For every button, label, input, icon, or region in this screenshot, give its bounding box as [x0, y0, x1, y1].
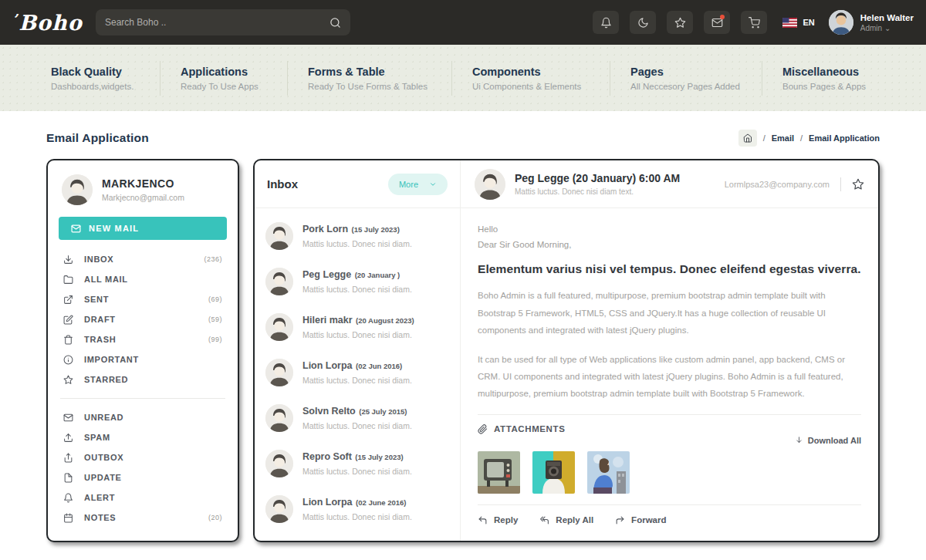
inbox-title: Inbox	[267, 177, 298, 191]
bell-icon	[63, 493, 73, 503]
sender-avatar	[475, 169, 505, 200]
divider	[478, 414, 861, 415]
folder-count: (69)	[208, 295, 222, 303]
bookmark-button[interactable]	[667, 11, 693, 34]
email-panel: Inbox More Pork Lorn (15 July 2023) Matt…	[253, 159, 880, 542]
language-selector[interactable]: EN	[782, 18, 814, 28]
folder-sent[interactable]: SENT (69)	[59, 289, 227, 309]
mail-subject-heading: Elementum varius nisi vel tempus. Donec …	[478, 262, 861, 276]
folder-starred[interactable]: STARRED	[59, 369, 227, 390]
folder-count: (99)	[208, 336, 222, 343]
mail-list-item[interactable]: Lion Lorpa (02 Jun 2016) Mattis luctus. …	[255, 349, 460, 395]
cart-button[interactable]	[741, 11, 767, 34]
sender-avatar	[265, 359, 293, 386]
folder-draft[interactable]: DRAFT (59)	[59, 309, 227, 329]
info-icon	[63, 355, 73, 365]
user-avatar	[829, 10, 853, 35]
folder-notes[interactable]: NOTES (20)	[59, 508, 227, 528]
folder-update[interactable]: UPDATE	[59, 467, 227, 487]
page-title: Email Application	[46, 131, 149, 145]
send-icon	[63, 295, 73, 305]
star-icon	[852, 178, 864, 191]
menu-item-subtitle: Ui Components & Elements	[472, 82, 590, 91]
profile-avatar	[62, 174, 93, 205]
mail-list-item[interactable]: Hileri makr (20 August 2023) Mattis luct…	[255, 304, 460, 349]
menu-item-miscellaneous[interactable]: Miscellaneous Bouns Pages & Apps	[762, 61, 886, 96]
dark-mode-button[interactable]	[630, 11, 656, 34]
menu-item-subtitle: Bouns Pages & Apps	[782, 82, 866, 91]
envelope-icon	[71, 224, 81, 234]
forward-button[interactable]: Forward	[615, 515, 666, 525]
star-icon	[674, 17, 686, 29]
menu-item-pages[interactable]: Pages All Neccesory Pages Added	[610, 61, 762, 96]
reply-icon	[478, 515, 488, 525]
star-icon	[63, 375, 73, 385]
mail-list-item[interactable]: Lion Lorpa (02 June 2016) Mattis luctus.…	[255, 486, 460, 531]
folder-spam[interactable]: SPAM	[59, 427, 227, 447]
breadcrumb-current: Email Application	[809, 133, 880, 143]
menu-item-title: Applications	[181, 66, 267, 78]
notifications-button[interactable]	[593, 11, 619, 34]
messages-button[interactable]	[704, 11, 730, 34]
menu-item-title: Forms & Table	[308, 66, 431, 78]
folder-important[interactable]: IMPORTANT	[59, 349, 227, 369]
menu-item-forms-table[interactable]: Forms & Table Ready To Use Forms & Table…	[287, 61, 451, 96]
search-box[interactable]	[96, 9, 350, 35]
app-logo[interactable]: Boho	[12, 11, 86, 35]
paperclip-icon	[478, 424, 488, 434]
reply-button[interactable]: Reply	[478, 515, 518, 525]
star-mail-button[interactable]	[852, 178, 864, 191]
envelope-icon	[63, 413, 73, 423]
trash-icon	[63, 335, 73, 345]
user-menu[interactable]: Helen Walter Admin ⌄	[829, 10, 914, 35]
menu-item-title: Components	[472, 66, 590, 78]
detail-sender-sub: Mattis luctus. Donec nisi diam text.	[515, 187, 680, 196]
sender-avatar	[265, 268, 293, 295]
attachment-retro-camera[interactable]	[532, 451, 575, 494]
file-icon	[63, 473, 73, 483]
mailbox-profile: MARKJENCO Markjecno@gmail.com	[59, 173, 227, 207]
header-divider	[840, 177, 841, 191]
attachment-thumbnails	[478, 451, 861, 494]
menu-item-black-quality[interactable]: Black Quality Dashboards,widgets.	[31, 61, 160, 96]
forward-icon	[615, 515, 625, 525]
folder-inbox[interactable]: INBOX (236)	[59, 249, 227, 269]
mailbox-sidebar: MARKJENCO Markjecno@gmail.com NEW MAIL I…	[46, 159, 239, 542]
mail-list-item[interactable]: Repro Soft (15 July 2023) Mattis luctus.…	[255, 440, 460, 486]
download-all-button[interactable]: Download All	[478, 436, 861, 445]
mail-list-item[interactable]: Solvn Relto (25 July 2015) Mattis luctus…	[255, 395, 460, 440]
mail-list-item[interactable]: Pork Lorn (15 July 2023) Mattis luctus. …	[255, 213, 460, 258]
download-icon	[795, 436, 803, 444]
folder-count: (20)	[208, 514, 222, 521]
folder-trash[interactable]: TRASH (99)	[59, 329, 227, 349]
search-icon[interactable]	[330, 17, 341, 29]
folder-unread[interactable]: UNREAD	[59, 407, 227, 427]
folder-outbox[interactable]: OUTBOX	[59, 447, 227, 467]
more-dropdown[interactable]: More	[388, 174, 448, 195]
menu-item-subtitle: Dashboards,widgets.	[51, 82, 140, 91]
folder-alert[interactable]: ALERT	[59, 487, 227, 508]
cart-icon	[749, 17, 760, 29]
folder-all-mail[interactable]: ALL MAIL	[59, 269, 227, 289]
folder-icon	[63, 275, 73, 285]
bell-icon	[600, 17, 612, 29]
more-label: More	[399, 180, 418, 189]
menu-item-applications[interactable]: Applications Ready To Use Apps	[160, 61, 287, 96]
sender-avatar	[265, 450, 293, 477]
detail-sender: Peg Legge (20 January) 6:00 AM	[515, 172, 680, 184]
megamenu: Black Quality Dashboards,widgets. Applic…	[0, 45, 926, 111]
greeting-line: Dear Sir Good Morning,	[478, 237, 861, 252]
folder-list-primary: INBOX (236) ALL MAIL SENT (69) DRAFT (59…	[59, 249, 227, 390]
search-input[interactable]	[105, 17, 330, 28]
note-icon	[63, 513, 73, 523]
new-mail-button[interactable]: NEW MAIL	[59, 217, 227, 240]
mail-paragraph: It can be used for all type of Web appli…	[478, 351, 861, 403]
attachment-vintage-tv[interactable]	[478, 451, 520, 494]
menu-item-components[interactable]: Components Ui Components & Elements	[451, 61, 610, 96]
breadcrumb-home-button[interactable]	[738, 130, 757, 147]
attachment-girl-sky[interactable]	[587, 451, 630, 494]
edit-icon	[63, 315, 73, 325]
mail-list-item[interactable]: Peg Legge (20 January ) Mattis luctus. D…	[255, 258, 460, 304]
breadcrumb-email[interactable]: Email	[772, 133, 794, 143]
reply-all-button[interactable]: Reply All	[539, 515, 593, 525]
